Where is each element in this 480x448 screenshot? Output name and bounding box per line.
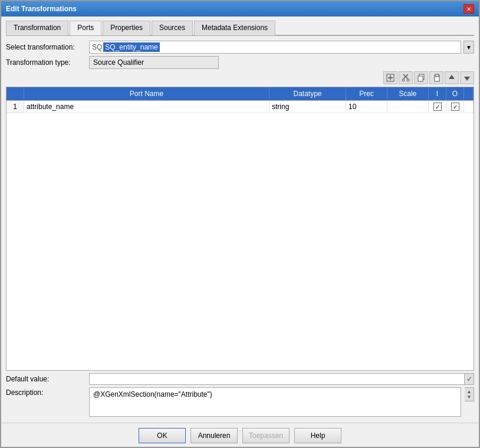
description-value: @XGenXmlSection(name="Attribute") [93,390,212,398]
col-scroll [464,87,474,100]
default-value-input[interactable] [89,373,465,385]
apply-button[interactable]: Toepassen [242,428,290,443]
transformation-type-label: Transformation type: [6,58,86,67]
cut-icon [402,74,410,82]
select-transformation-label: Select transformation: [6,43,86,51]
table-toolbar [6,71,474,84]
tab-bar: Transformation Ports Properties Sources … [6,20,474,36]
checkmark-icon: ✓ [466,375,472,383]
arrow-down-icon [463,74,471,82]
table-body: 1 attribute_name string 10 [6,101,474,370]
col-datatype: Datatype [269,87,346,100]
cell-scale[interactable] [387,101,429,113]
select-transformation-wrapper: SQ SQ_entity_name ▼ [89,41,474,54]
title-bar-buttons: ✕ [463,4,474,14]
title-bar: Edit Transformations ✕ [1,1,479,17]
content-area: Transformation Ports Properties Sources … [1,17,479,423]
close-button[interactable]: ✕ [463,4,474,14]
main-window: Edit Transformations ✕ Transformation Po… [0,0,480,448]
copy-button[interactable] [414,71,428,84]
transformation-type-row: Transformation type: Source Qualifier [6,56,474,69]
svg-rect-10 [435,74,439,77]
col-o: O [446,87,464,100]
svg-point-5 [402,79,405,81]
cell-port-name[interactable]: attribute_name [24,101,269,113]
move-down-button[interactable] [460,71,474,84]
default-value-label: Default value: [6,375,86,383]
cell-o-checkbox[interactable] [446,101,464,113]
window-title: Edit Transformations [6,5,77,13]
description-field[interactable]: @XGenXmlSection(name="Attribute") [89,387,461,417]
description-label: Description: [6,387,86,397]
new-row-button[interactable] [383,71,397,84]
ok-button[interactable]: OK [139,428,186,443]
cell-extra [464,101,474,113]
col-i: I [429,87,446,100]
col-num [6,87,24,100]
tab-metadata-extensions[interactable]: Metadata Extensions [194,21,275,35]
svg-point-6 [407,79,409,81]
svg-rect-8 [418,76,423,81]
cell-i-checkbox[interactable] [429,101,446,113]
tab-transformation[interactable]: Transformation [6,21,68,35]
col-scale: Scale [387,87,429,100]
default-value-row: Default value: ✓ [6,373,474,385]
new-icon [386,74,394,82]
form-area: Select transformation: SQ SQ_entity_name… [6,36,474,71]
copy-icon [417,74,425,82]
table-row[interactable]: 1 attribute_name string 10 [6,101,474,113]
paste-button[interactable] [429,71,443,84]
cell-prec[interactable]: 10 [346,101,387,113]
cut-button[interactable] [399,71,413,84]
description-scrollbar[interactable]: ▲ ▼ [465,387,474,401]
scroll-up-icon[interactable]: ▲ [467,389,472,394]
button-bar: OK Annuleren Toepassen Help [1,423,479,447]
cell-row-num: 1 [6,101,24,113]
o-checked-icon [451,103,459,111]
default-value-arrow[interactable]: ✓ [465,373,474,385]
tab-ports[interactable]: Ports [70,21,101,35]
bottom-area: Default value: ✓ Description: @XGenXmlSe… [6,371,474,419]
move-up-button[interactable] [445,71,459,84]
select-transformation-row: Select transformation: SQ SQ_entity_name… [6,41,474,54]
ports-table: Port Name Datatype Prec Scale I O 1 attr… [6,87,474,371]
paste-icon [432,74,440,82]
select-transformation-field[interactable]: SQ SQ_entity_name [89,41,461,54]
description-area: Description: @XGenXmlSection(name="Attri… [6,387,474,417]
table-header: Port Name Datatype Prec Scale I O [6,87,474,101]
i-checked-icon [433,103,442,111]
svg-marker-11 [449,75,455,79]
sq-prefix: SQ [92,43,102,51]
help-button[interactable]: Help [294,428,341,443]
cell-datatype[interactable]: string [269,101,346,113]
col-port-name: Port Name [24,87,269,100]
arrow-up-icon [448,74,456,82]
default-value-wrapper: ✓ [89,373,474,385]
sq-name: SQ_entity_name [103,42,159,52]
scroll-down-icon[interactable]: ▼ [467,394,472,400]
cancel-button[interactable]: Annuleren [190,428,238,443]
tab-sources[interactable]: Sources [152,21,193,35]
svg-marker-12 [464,77,470,81]
col-prec: Prec [346,87,387,100]
transformation-type-value: Source Qualifier [89,56,219,69]
tab-properties[interactable]: Properties [103,21,150,35]
transformation-dropdown-arrow[interactable]: ▼ [463,41,474,54]
